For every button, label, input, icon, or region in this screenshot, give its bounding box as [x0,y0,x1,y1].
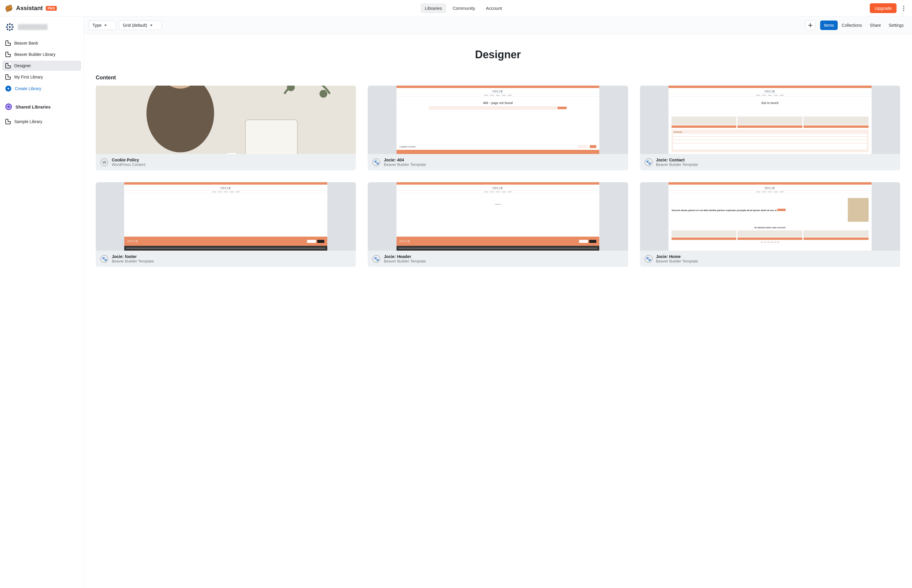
thumbnail: JOCIE Vincent dicam parent en vix altis … [640,182,900,250]
card-meta: 🐾 Jocie: footer Beaver Builder Template [96,250,356,267]
thumbnail [96,86,356,154]
item-card[interactable]: W Cookie Policy WordPress Content [96,86,356,170]
page-header: Designer [84,34,912,69]
beaver-icon: 🐾 [373,158,380,166]
svg-rect-7 [11,24,13,26]
svg-rect-17 [245,120,297,154]
shared-icon [5,103,12,110]
svg-rect-3 [9,29,10,31]
thumbnail: JOCIE Get in touch [640,86,900,154]
chevron-down-icon [104,25,107,26]
sidebar: Beaver Bank Beaver Builder Library Desig… [0,17,84,588]
library-icon [5,63,11,68]
sidebar-item-beaver-bank[interactable]: Beaver Bank [2,38,81,48]
team-name [18,24,48,30]
plus-icon [808,23,812,27]
content-section: Content [84,69,912,279]
sidebar-item-label: Sample Library [14,119,42,124]
create-library-link[interactable]: + Create Library [2,83,81,94]
card-subtitle: WordPress Content [112,162,145,167]
card-subtitle: Beaver Builder Template [384,162,426,167]
plus-circle-icon: + [5,86,11,92]
upgrade-button[interactable]: Upgrade [870,3,897,13]
library-icon [5,40,11,46]
brand-name: Assistant [16,5,43,11]
card-title: Jocie: footer [112,254,154,259]
thumbnail: JOCIE JOCIE [96,182,356,250]
team-icon [5,23,14,32]
pro-badge: PRO [46,6,57,11]
card-title: Jocie: Header [384,254,426,259]
card-title: Jocie: Contact [656,158,698,162]
card-subtitle: Beaver Builder Template [384,259,426,263]
library-icon [5,74,11,80]
beaver-icon: 🐾 [373,255,380,263]
sidebar-item-label: Designer [14,63,31,68]
card-title: Cookie Policy [112,158,145,162]
library-icon [5,119,11,124]
card-subtitle: Beaver Builder Template [112,259,154,263]
thumbnail: JOCIE JOCIE [368,182,628,250]
tab-share[interactable]: Share [866,21,885,30]
section-title: Shared Libraries [15,104,50,110]
beaver-icon: 🐾 [100,255,108,263]
svg-rect-18 [226,152,237,154]
thumbnail-image: JOCIE 404 – page not found Lopatam umohe… [397,86,600,154]
svg-rect-6 [6,24,9,26]
sidebar-item-label: Beaver Builder Library [14,52,56,57]
select-label: Grid (default) [123,23,147,27]
svg-point-21 [320,90,327,97]
top-bar: Assistant PRO Libraries Community Accoun… [0,0,912,17]
svg-point-10 [9,26,11,28]
beaver-icon: 🐾 [645,158,652,166]
add-item-button[interactable] [805,20,815,30]
content: Type Grid (default) Items Collections Sh… [84,17,912,588]
thumbnail-image: JOCIE JOCIE [124,182,327,250]
select-label: Type [92,23,102,27]
svg-rect-9 [11,28,13,30]
overflow-menu-icon[interactable] [900,5,907,12]
sidebar-item-my-first-library[interactable]: My First Library [2,72,81,82]
thumbnail-image: JOCIE JOCIE [397,182,600,250]
nav-libraries[interactable]: Libraries [421,3,446,13]
content-toolbar: Type Grid (default) Items Collections Sh… [84,17,912,34]
tab-items[interactable]: Items [820,21,838,30]
svg-rect-5 [12,26,14,27]
type-filter-select[interactable]: Type [89,21,116,30]
top-nav: Libraries Community Account [57,3,870,13]
sidebar-item-sample-library[interactable]: Sample Library [2,116,81,127]
item-card[interactable]: JOCIE 404 – page not found Lopatam umohe… [368,86,628,170]
card-title: Jocie: 404 [384,158,426,162]
sidebar-item-label: My First Library [14,74,43,79]
item-card[interactable]: JOCIE JOCIE 🐾 [368,182,628,267]
topbar-right: Upgrade [870,3,907,13]
item-card[interactable]: JOCIE JOCIE 🐾 [96,182,356,267]
team-switcher[interactable] [2,20,81,34]
svg-rect-11 [96,86,356,154]
card-meta: 🐾 Jocie: Contact Beaver Builder Template [640,154,900,170]
section-title: Content [96,74,900,81]
nav-account[interactable]: Account [482,3,506,13]
sidebar-item-designer[interactable]: Designer [2,61,81,71]
brand: Assistant PRO [5,4,57,13]
card-meta: 🐾 Jocie: Home Beaver Builder Template [640,250,900,267]
svg-rect-2 [9,23,10,25]
thumbnail: JOCIE 404 – page not found Lopatam umohe… [368,86,628,154]
sidebar-item-label: Create Library [15,86,41,91]
chevron-down-icon [150,25,152,26]
shared-libraries-heading: Shared Libraries [2,100,81,113]
nav-community[interactable]: Community [449,3,479,13]
library-icon [5,52,11,57]
tab-settings[interactable]: Settings [885,21,907,30]
view-mode-select[interactable]: Grid (default) [119,21,162,30]
view-tabs: Items Collections Share Settings [820,21,907,30]
card-title: Jocie: Home [656,254,698,259]
thumbnail-image: JOCIE Get in touch [668,86,872,154]
item-card[interactable]: JOCIE Vincent dicam parent en vix altis … [640,182,900,267]
sidebar-item-label: Beaver Bank [14,41,38,45]
tab-collections[interactable]: Collections [838,21,866,30]
thumbnail-image [96,86,356,154]
sidebar-item-beaver-builder-library[interactable]: Beaver Builder Library [2,49,81,60]
beaver-icon: 🐾 [645,255,652,263]
item-card[interactable]: JOCIE Get in touch [640,86,900,170]
